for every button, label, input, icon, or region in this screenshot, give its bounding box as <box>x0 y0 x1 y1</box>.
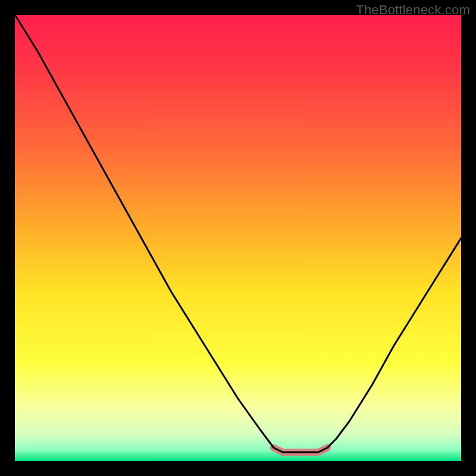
chart-plot-area <box>15 15 461 461</box>
chart-background-gradient <box>15 15 461 461</box>
chart-svg <box>15 15 461 461</box>
watermark-text: TheBottleneck.com <box>356 2 470 18</box>
chart-stage: TheBottleneck.com <box>0 0 476 476</box>
